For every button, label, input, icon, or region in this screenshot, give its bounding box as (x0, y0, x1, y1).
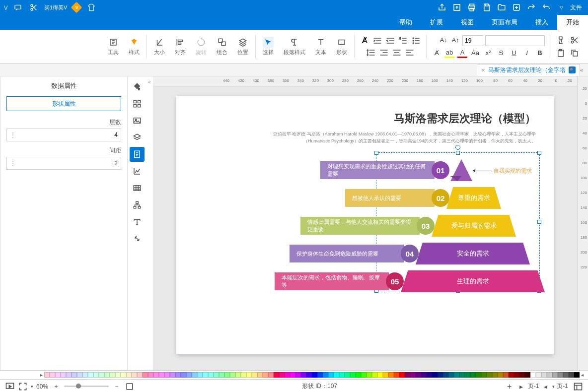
add-page-icon[interactable]: + (505, 382, 514, 391)
shape-props-button[interactable]: 形状属性 (6, 96, 121, 111)
fullscreen-icon[interactable] (18, 382, 28, 391)
page-selector[interactable]: 页-1▾ (552, 382, 568, 391)
superscript-button[interactable]: x² (483, 48, 493, 58)
rotate-icon[interactable] (196, 37, 207, 48)
color-swatch[interactable] (153, 372, 159, 378)
color-swatch[interactable] (514, 372, 519, 378)
color-swatch[interactable] (268, 372, 274, 378)
style-icon[interactable] (129, 37, 140, 48)
color-swatch[interactable] (410, 372, 416, 378)
color-swatch[interactable] (427, 372, 432, 378)
color-swatch[interactable] (509, 372, 514, 378)
close-tab-icon[interactable]: × (481, 66, 485, 74)
cursor-icon[interactable] (263, 37, 274, 48)
color-swatch[interactable] (279, 372, 285, 378)
color-swatch[interactable] (563, 372, 569, 378)
color-swatch[interactable] (399, 372, 405, 378)
font-color-button[interactable]: A (457, 48, 467, 58)
vip-badge[interactable]: V (72, 3, 81, 12)
color-swatch[interactable] (164, 372, 170, 378)
color-swatch[interactable] (476, 372, 481, 378)
color-swatch[interactable] (481, 372, 487, 378)
color-swatch[interactable] (66, 372, 72, 378)
colorbar-left-arrow[interactable]: ◂ (580, 372, 585, 378)
color-swatch[interactable] (438, 372, 443, 378)
group-icon[interactable] (217, 37, 227, 48)
color-swatch[interactable] (574, 372, 580, 378)
file-menu[interactable]: 文件 (568, 3, 584, 12)
member-label[interactable]: 买1得美V (44, 4, 67, 11)
color-swatch[interactable] (530, 372, 536, 378)
shirt-icon[interactable] (86, 2, 97, 13)
zoom-in-icon[interactable]: + (51, 382, 61, 391)
color-swatch[interactable] (459, 372, 465, 378)
text-icon[interactable] (315, 37, 326, 48)
color-swatch[interactable] (519, 372, 525, 378)
tab-insert[interactable]: 插入 (526, 15, 557, 30)
color-swatch[interactable] (252, 372, 257, 378)
sidetab-chart[interactable] (130, 164, 145, 179)
color-swatch[interactable] (175, 372, 181, 378)
redo-icon[interactable] (526, 2, 537, 13)
font-name-input[interactable] (485, 35, 545, 46)
strike-button[interactable]: S (496, 48, 506, 58)
align-center-icon[interactable] (392, 48, 402, 58)
tab-view[interactable]: 视图 (452, 15, 483, 30)
color-swatch[interactable] (312, 372, 317, 378)
sidetab-fill[interactable] (130, 79, 145, 94)
clear-format-button[interactable]: A̸ (432, 48, 441, 58)
color-swatch[interactable] (214, 372, 219, 378)
color-swatch[interactable] (263, 372, 268, 378)
share-icon[interactable] (437, 2, 447, 13)
color-swatch[interactable] (143, 372, 148, 378)
scissors-icon[interactable] (28, 2, 39, 13)
color-swatch[interactable] (421, 372, 427, 378)
layout-icon[interactable] (573, 382, 583, 391)
rectangle-icon[interactable] (336, 37, 347, 48)
undo-icon[interactable] (541, 2, 552, 13)
color-swatch[interactable] (257, 372, 263, 378)
align-icon[interactable] (175, 37, 186, 48)
color-swatch[interactable] (487, 372, 492, 378)
color-swatch[interactable] (230, 372, 235, 378)
color-swatch[interactable] (44, 372, 50, 378)
color-swatch[interactable] (137, 372, 143, 378)
color-swatch[interactable] (377, 372, 383, 378)
color-swatch[interactable] (82, 372, 88, 378)
open-icon[interactable] (496, 2, 507, 13)
color-swatch[interactable] (170, 372, 175, 378)
color-swatch[interactable] (50, 372, 55, 378)
font-size-input[interactable] (462, 35, 483, 46)
prev-page-icon[interactable]: ◂ (544, 383, 547, 391)
align-left-icon[interactable] (405, 48, 415, 58)
color-swatch[interactable] (93, 372, 99, 378)
paste-icon[interactable] (555, 48, 566, 59)
fit-page-icon[interactable] (125, 382, 135, 391)
color-swatch[interactable] (350, 372, 356, 378)
sidetab-text[interactable] (130, 214, 145, 229)
sidetab-image[interactable] (130, 113, 145, 128)
color-swatch[interactable] (361, 372, 367, 378)
underline-button[interactable]: U (509, 48, 519, 58)
sidetab-page[interactable] (130, 147, 145, 162)
color-swatch[interactable] (416, 372, 421, 378)
zoom-out-icon[interactable]: − (112, 382, 122, 391)
pyramid-diagram[interactable]: 自我实现的需求 (194, 153, 536, 332)
color-swatch[interactable] (306, 372, 312, 378)
color-swatch[interactable] (339, 372, 345, 378)
color-swatch[interactable] (552, 372, 558, 378)
format-painter-icon[interactable] (555, 35, 566, 46)
color-swatch[interactable] (121, 372, 126, 378)
color-swatch[interactable] (328, 372, 334, 378)
color-swatch[interactable] (186, 372, 192, 378)
color-swatch[interactable] (219, 372, 224, 378)
new-icon[interactable] (511, 2, 522, 13)
color-swatch[interactable] (525, 372, 530, 378)
color-swatch[interactable] (99, 372, 104, 378)
tab-layout[interactable]: 页面布局 (483, 15, 526, 30)
color-swatch[interactable] (61, 372, 66, 378)
tab-start[interactable]: 开始 (557, 15, 588, 30)
grow-font-icon[interactable]: A↑ (450, 35, 460, 45)
color-swatch[interactable] (448, 372, 454, 378)
chevron-down-icon[interactable]: ⋁ (4, 5, 7, 10)
